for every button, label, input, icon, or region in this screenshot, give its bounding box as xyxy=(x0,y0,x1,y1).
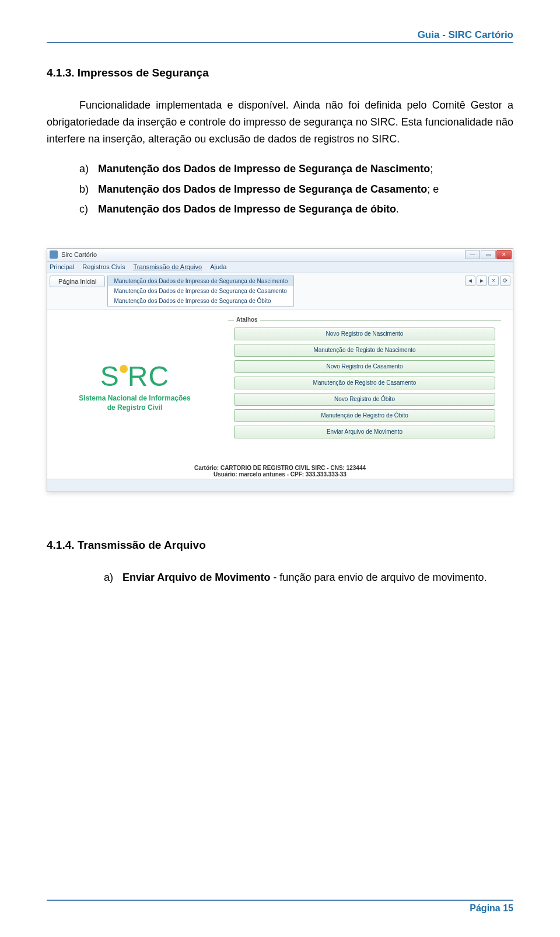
menu-principal[interactable]: Principal xyxy=(50,263,74,270)
shortcuts-stack: Novo Registro de Nascimento Manutenção d… xyxy=(228,328,501,438)
doc-header-title: Guia - SIRC Cartório xyxy=(418,29,513,40)
close-button[interactable]: ✕ xyxy=(496,250,512,259)
shortcut-manut-nascimento[interactable]: Manutenção de Registo de Nascimento xyxy=(234,344,495,357)
section-414-heading: 4.1.4. Transmissão de Arquivo xyxy=(47,539,513,552)
shortcuts-label: Atalhos xyxy=(234,316,260,323)
page-number: Página 15 xyxy=(470,903,513,913)
nav-refresh-button[interactable]: ⟳ xyxy=(500,276,510,286)
menu-registros-civis[interactable]: Registros Civis xyxy=(82,263,125,270)
window-titlebar[interactable]: Sirc Cartório — ▭ ✕ xyxy=(47,249,513,262)
app-footer-info: Cartório: CARTORIO DE REGISTRO CIVIL SIR… xyxy=(47,461,513,479)
shortcut-novo-obito[interactable]: Novo Registro de Óbito xyxy=(234,393,495,406)
footer-usuario: Usuário: marcelo antunes - CPF: 333.333.… xyxy=(47,471,513,478)
nav-forward-button[interactable]: ► xyxy=(477,276,487,286)
shortcuts-panel: Atalhos Novo Registro de Nascimento Manu… xyxy=(228,320,501,455)
document-page: Guia - SIRC Cartório 4.1.3. Impressos de… xyxy=(0,0,560,937)
shortcut-novo-nascimento[interactable]: Novo Registro de Nascimento xyxy=(234,328,495,340)
app-icon xyxy=(50,250,58,259)
nav-back-button[interactable]: ◄ xyxy=(465,276,475,286)
list-marker: a) xyxy=(79,159,92,179)
dropdown-item[interactable]: Manutenção dos Dados de Impresso de Segu… xyxy=(108,276,293,286)
shortcut-novo-casamento[interactable]: Novo Registro de Casamento xyxy=(234,360,495,373)
maximize-button[interactable]: ▭ xyxy=(481,250,496,259)
list-marker: b) xyxy=(79,179,92,199)
list-item: c) Manutenção dos Dados de Impresso de S… xyxy=(79,199,513,219)
logo-subtitle: Sistema Nacional de Informações de Regis… xyxy=(79,394,190,412)
section-413-heading: 4.1.3. Impressos de Segurança xyxy=(47,67,513,79)
logo-dot-icon xyxy=(120,365,128,373)
shortcut-manut-casamento[interactable]: Manutenção de Registro de Casamento xyxy=(234,377,495,389)
dropdown-item[interactable]: Manutenção dos Dados de Impresso de Segu… xyxy=(108,286,293,296)
nav-stop-button[interactable]: × xyxy=(488,276,499,286)
sirc-logo: SRC xyxy=(100,363,169,391)
list-item: b) Manutenção dos Dados de Impresso de S… xyxy=(79,179,513,199)
window-title: Sirc Cartório xyxy=(61,251,97,258)
status-bar xyxy=(47,479,513,492)
list-item: a) Manutenção dos Dados de Impresso de S… xyxy=(79,159,513,179)
document-footer: Página 15 xyxy=(47,900,513,914)
pagina-inicial-button[interactable]: Página Inicial xyxy=(50,276,105,287)
menu-ajuda[interactable]: Ajuda xyxy=(210,263,226,270)
footer-cartorio: Cartório: CARTORIO DE REGISTRO CIVIL SIR… xyxy=(47,465,513,471)
list-text: Manutenção dos Dados de Impresso de Segu… xyxy=(98,199,513,219)
app-screenshot: Sirc Cartório — ▭ ✕ Principal Registros … xyxy=(47,248,513,492)
menu-transmissao-arquivo[interactable]: Transmissão de Arquivo xyxy=(134,263,202,270)
toolbar-row: Página Inicial Manutenção dos Dados de I… xyxy=(47,273,513,309)
list-text: Manutenção dos Dados de Impresso de Segu… xyxy=(98,159,513,179)
section-413-list: a) Manutenção dos Dados de Impresso de S… xyxy=(79,159,513,219)
window-controls: — ▭ ✕ xyxy=(465,250,512,259)
nav-controls: ◄ ► × ⟳ xyxy=(463,273,513,288)
list-text: Manutenção dos Dados de Impresso de Segu… xyxy=(98,179,513,199)
dropdown-menu: Manutenção dos Dados de Impresso de Segu… xyxy=(107,276,294,306)
document-header: Guia - SIRC Cartório xyxy=(47,29,513,43)
list-marker: c) xyxy=(79,199,92,219)
list-marker: a) xyxy=(104,569,117,586)
shortcut-manut-obito[interactable]: Manutenção de Registro de Óbito xyxy=(234,409,495,422)
logo-panel: SRC Sistema Nacional de Informações de R… xyxy=(59,320,211,455)
dropdown-item[interactable]: Manutenção dos Dados de Impresso de Segu… xyxy=(108,296,293,306)
shortcut-enviar-arquivo[interactable]: Enviar Arquivo de Movimento xyxy=(234,426,495,438)
section-413-paragraph: Funcionalidade implementada e disponível… xyxy=(47,97,513,147)
menubar: Principal Registros Civis Transmissão de… xyxy=(47,262,513,273)
section-414-item: a) Enviar Arquivo de Movimento - função … xyxy=(104,569,513,586)
minimize-button[interactable]: — xyxy=(465,250,480,259)
app-body: SRC Sistema Nacional de Informações de R… xyxy=(47,309,513,461)
list-text: Enviar Arquivo de Movimento - função par… xyxy=(123,569,513,586)
